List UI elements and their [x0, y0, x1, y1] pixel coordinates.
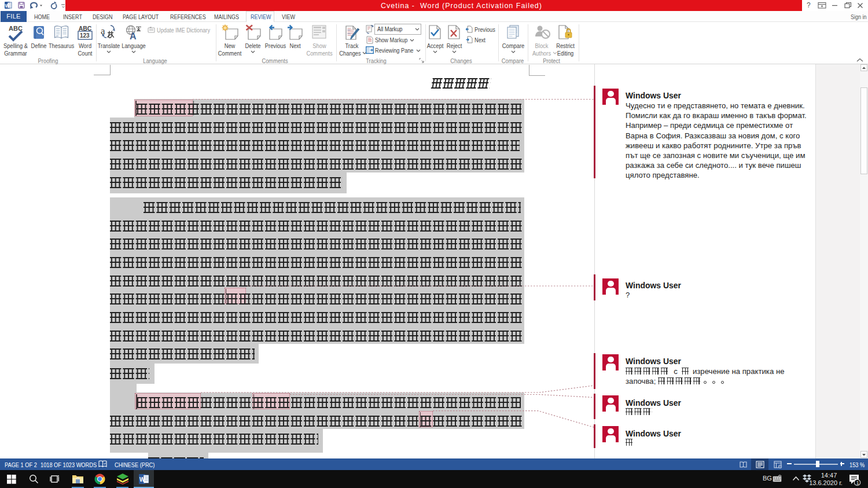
- svg-text:1: 1: [856, 480, 859, 486]
- svg-text:W: W: [5, 3, 10, 9]
- svg-text:?: ?: [807, 1, 811, 9]
- svg-text:W: W: [139, 476, 145, 483]
- svg-text:123: 123: [80, 32, 90, 39]
- svg-text:A: A: [130, 31, 137, 40]
